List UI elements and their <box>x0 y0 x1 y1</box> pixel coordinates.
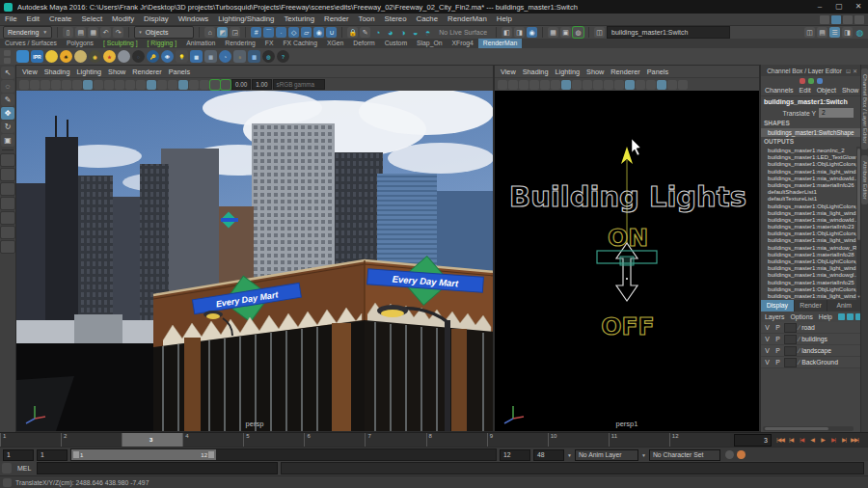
step-forward-key-button[interactable]: ▶| <box>828 434 838 447</box>
range-slider-bar[interactable]: 1 12 <box>71 449 216 460</box>
step-back-key-button[interactable]: |◀ <box>797 434 806 447</box>
echo-commands-icon[interactable] <box>3 478 12 487</box>
redo-icon[interactable]: ↷ <box>113 27 123 38</box>
layer-row[interactable]: VP∕BackGround <box>761 357 861 368</box>
shaded-icon[interactable] <box>94 80 103 90</box>
layer-row[interactable]: VP∕landscape <box>761 345 861 357</box>
panel-menu-item[interactable]: Renderer <box>132 68 161 76</box>
output-item[interactable]: buildings_master1:mia_windowld... <box>761 175 861 181</box>
output-item[interactable]: buildings_master1:mia_windowgl... <box>761 271 861 278</box>
step-back-frame-button[interactable]: |◀ <box>786 434 796 447</box>
channel-manip-icon[interactable] <box>800 78 805 84</box>
output-item[interactable]: buildings_master1:materialInfo23 <box>761 223 861 230</box>
snap-point-icon[interactable]: ∙ <box>276 27 286 38</box>
workspace-icon-3[interactable] <box>843 15 853 24</box>
output-item[interactable]: buildings_master1:ObjLightColors_3 <box>761 203 861 209</box>
camera-select-icon[interactable] <box>498 80 507 90</box>
panel-menu-item[interactable]: View <box>22 68 38 76</box>
dashed-sphere-icon[interactable]: ◌ <box>132 50 145 63</box>
2d-pan-zoom-icon[interactable] <box>540 80 550 90</box>
layer-hscrollbar[interactable] <box>763 426 854 431</box>
camera-select-icon[interactable] <box>19 80 29 90</box>
anim-layer-caret-icon[interactable]: ▼ <box>641 452 646 458</box>
layer-editor-tab[interactable]: Render <box>795 300 828 312</box>
layer-row[interactable]: VP∕buildings <box>761 334 861 345</box>
panel-menu-item[interactable]: Show <box>108 68 125 76</box>
snap-grid-icon[interactable]: # <box>251 27 261 38</box>
range-caret-icon[interactable]: ▼ <box>567 452 572 458</box>
menu-item[interactable]: Texturing <box>279 14 319 25</box>
layout-two-pane-side[interactable] <box>0 182 15 196</box>
tab-attribute-editor[interactable]: Attribute Editor <box>861 155 868 205</box>
2d-pan-zoom-icon[interactable] <box>62 80 71 90</box>
tool-settings-toggle-icon[interactable]: ☰ <box>829 27 840 38</box>
quick-render-icon[interactable]: ◕ <box>385 27 395 38</box>
select-object-icon[interactable]: ◩ <box>217 27 228 38</box>
menu-item[interactable]: Help <box>492 14 517 25</box>
workspace-icon-2[interactable] <box>831 15 841 24</box>
shelf-tab[interactable]: [ Rigging ] <box>143 39 182 48</box>
output-item[interactable]: buildings_master1:mia_light_wind... <box>761 168 861 175</box>
xray-icon[interactable] <box>667 80 677 90</box>
slider-thumb[interactable] <box>620 257 634 265</box>
layer-menu-item[interactable]: Help <box>819 313 832 320</box>
pane-icon-3[interactable]: ◉ <box>527 27 537 38</box>
output-item[interactable]: buildings_master1:ObjLightColors_4 <box>761 160 861 167</box>
menu-set-dropdown[interactable]: Rendering▼ <box>3 26 52 39</box>
modeling-toolkit-toggle-icon[interactable]: ◍ <box>854 27 865 38</box>
isolate-select-icon[interactable] <box>178 80 188 90</box>
panel-menu-item[interactable]: Lighting <box>555 68 580 76</box>
range-end-handle[interactable] <box>208 451 214 458</box>
layer-color-swatch[interactable] <box>784 346 797 356</box>
layer-playback-toggle[interactable]: P <box>773 336 782 342</box>
snap-curve-icon[interactable]: ⌒ <box>263 27 274 38</box>
image-plane-icon[interactable] <box>51 80 61 90</box>
panel-menu-item[interactable]: View <box>501 68 516 76</box>
paint-select-tool[interactable]: ✎ <box>1 94 14 106</box>
layer-editor-tab[interactable]: Anim <box>827 300 861 312</box>
snap-magnet-icon[interactable]: ∪ <box>326 27 337 38</box>
close-button[interactable]: ✕ <box>849 0 868 14</box>
camera-lock-icon[interactable] <box>30 80 40 90</box>
ipr-render-icon[interactable]: ◑ <box>397 27 408 38</box>
layout-hypershade-persp[interactable] <box>0 240 15 254</box>
xray-icon[interactable] <box>189 80 199 90</box>
time-slider-frame[interactable]: 11 <box>609 433 669 447</box>
output-item[interactable]: buildings_master1:mia_window_R... <box>761 244 861 251</box>
step-forward-frame-button[interactable]: ▶| <box>839 434 849 447</box>
new-layer-icon[interactable] <box>847 313 854 320</box>
shape-item[interactable]: buildings_master1:SwitchShape <box>761 128 861 137</box>
spot-light-icon[interactable]: ☀ <box>60 50 72 63</box>
channel-box-toggle-icon[interactable]: ◨ <box>842 27 853 38</box>
menu-item[interactable]: Stereo <box>380 14 412 25</box>
calculator-icon[interactable]: ▦ <box>190 50 203 63</box>
shelf-tab[interactable]: Animation <box>181 39 220 48</box>
snap-view-plane-icon[interactable]: ▱ <box>301 27 312 38</box>
grease-pencil-icon[interactable] <box>72 80 82 90</box>
output-item[interactable]: buildings_master1:ObjLightColors_7 <box>761 230 861 236</box>
layout-outliner-persp[interactable] <box>0 226 15 239</box>
layer-menu-item[interactable]: Options <box>790 313 812 320</box>
channel-box-menu-item[interactable]: Edit <box>800 87 811 94</box>
make-live-icon[interactable]: ◉ <box>313 27 324 38</box>
xray-joints-icon[interactable] <box>200 80 209 90</box>
gamma-field[interactable]: 1.00 <box>252 79 271 90</box>
lasso-tool[interactable]: ◌ <box>1 80 14 93</box>
layer-color-swatch[interactable] <box>784 358 797 367</box>
menu-item[interactable]: Lighting/Shading <box>213 14 279 25</box>
command-input-field[interactable] <box>37 462 278 474</box>
help-icon[interactable]: ? <box>277 50 289 63</box>
output-item[interactable]: buildings_master1:neonInc_2 <box>761 147 861 153</box>
snap-projected-center-icon[interactable]: ◇ <box>288 27 299 38</box>
multisample-icon[interactable] <box>636 80 645 90</box>
motion-blur-icon[interactable] <box>625 80 635 90</box>
layout-three-pane[interactable] <box>0 211 15 225</box>
workspace-icon-1[interactable] <box>820 15 829 24</box>
menu-item[interactable]: Windows <box>174 14 214 25</box>
menu-item[interactable]: Select <box>76 14 107 25</box>
shaded-icon[interactable] <box>572 80 582 90</box>
go-to-start-button[interactable]: |◀◀ <box>775 434 785 447</box>
sun-box-icon[interactable]: ☼ <box>233 50 246 63</box>
shelf-tab[interactable]: FX <box>260 39 279 48</box>
time-slider-frame[interactable]: 7 <box>365 433 425 447</box>
